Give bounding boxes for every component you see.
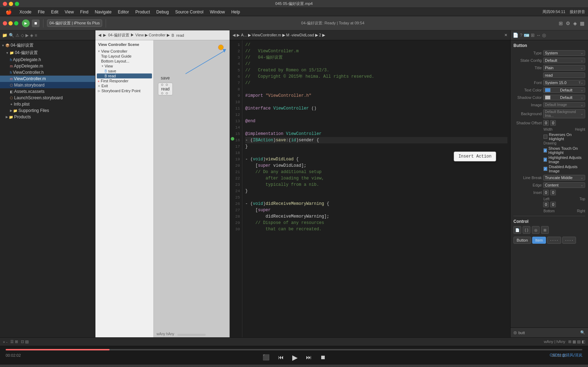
video-subtitles-btn[interactable]: ⬛ <box>263 354 270 361</box>
debug-icon[interactable]: ⚙ <box>565 20 571 27</box>
disabled-adjusts-cb[interactable]: ✓ <box>543 167 547 171</box>
video-prev-btn[interactable]: ⏮ <box>278 354 284 361</box>
nav-issues-icon[interactable]: ⚠ <box>16 33 19 38</box>
connections-inspector-icon[interactable]: ◎ <box>542 32 546 38</box>
type-value[interactable]: System ⌄ <box>543 50 585 56</box>
video-play-btn[interactable]: ▶ <box>292 353 298 362</box>
editor-forward[interactable]: ▶ <box>237 33 240 37</box>
navigator-toggle-icon[interactable]: ⊞ <box>558 20 564 27</box>
button-type-button[interactable]: Button <box>513 237 531 244</box>
menu-debug[interactable]: Debug <box>153 9 171 15</box>
canvas-scrollbar[interactable] <box>177 334 206 336</box>
scheme-selector[interactable]: 04-偏好设置 | iPhone 6s Plus <box>47 19 102 27</box>
editor-back[interactable]: ◀ <box>233 33 235 37</box>
progress-bar[interactable] <box>6 349 582 350</box>
scene-view[interactable]: ▼View <box>97 64 152 69</box>
nav-debug-icon[interactable]: ▶ <box>25 33 29 38</box>
minimize-button[interactable] <box>9 2 13 6</box>
title-value[interactable]: Plain ⌄ <box>543 65 585 71</box>
inspector-search-icon[interactable]: 🔍 <box>580 330 585 335</box>
add-remove-btns[interactable]: + - <box>3 340 7 344</box>
text-color-value[interactable]: Default ⌄ <box>543 87 585 93</box>
image-value[interactable]: Default Image ⌄ <box>543 102 585 107</box>
line-break-value[interactable]: Truncate Middle ⌄ <box>543 175 585 180</box>
nav-test-icon[interactable]: ◇ <box>21 33 24 38</box>
menu-window[interactable]: Window <box>207 9 228 15</box>
menu-source-control[interactable]: Source Control <box>172 9 206 15</box>
edge-value[interactable]: Content ⌄ <box>543 182 585 188</box>
scene-exit[interactable]: ✕Exit <box>97 83 152 88</box>
inset-left[interactable]: 0 <box>543 190 549 195</box>
button-type-dots1[interactable]: · · · · <box>547 237 561 244</box>
menu-find[interactable]: Find <box>77 9 91 15</box>
nav-assets[interactable]: ◧ Assets.xcassets <box>0 88 95 95</box>
canvas-read-button[interactable]: read <box>158 83 173 95</box>
traffic-min[interactable] <box>8 21 13 25</box>
nav-root-item[interactable]: ▼ 📦 04-偏好设置 <box>0 42 95 49</box>
nav-viewcontroller-m[interactable]: m ViewController.m <box>0 76 95 82</box>
nav-launch-storyboard[interactable]: ⎔ LaunchScreen.storyboard <box>0 95 95 101</box>
ctrl-icon-circle[interactable]: ◎ <box>532 226 540 234</box>
nav-products[interactable]: ▶ 📁 Products <box>0 114 95 120</box>
title-text-value[interactable]: read <box>543 72 585 78</box>
identity-inspector-icon[interactable]: 🪪 <box>524 32 529 38</box>
close-button[interactable] <box>3 2 7 6</box>
nav-appdelegate-m[interactable]: m AppDelegate.m <box>0 63 95 69</box>
background-value[interactable]: Default Background Ima... ⌄ <box>543 109 585 118</box>
menu-product[interactable]: Product <box>133 9 153 15</box>
video-stop-btn[interactable]: ⏹ <box>320 354 326 361</box>
inspector-bottom-icon[interactable]: ◎ <box>513 330 517 335</box>
nav-appdelegate-h[interactable]: h AppDelegate.h <box>0 57 95 63</box>
reverses-cb[interactable] <box>543 135 547 139</box>
state-config-value[interactable]: Default ⌄ <box>543 58 585 63</box>
inset-right[interactable]: 0 <box>550 202 556 207</box>
shadow-width[interactable]: 0 <box>543 120 549 126</box>
nav-supporting[interactable]: ▶ 📁 Supporting Files <box>0 107 95 114</box>
stop-button[interactable]: ■ <box>32 19 40 27</box>
size-inspector-icon[interactable]: ↔ <box>536 32 541 38</box>
code-content[interactable]: // // ViewController.m // 04-偏好设置 // // … <box>242 40 510 337</box>
inset-bottom[interactable]: 0 <box>543 202 549 207</box>
nav-log-icon[interactable]: ≡ <box>35 33 37 38</box>
inspector-toggle-icon[interactable]: ▦ <box>579 20 585 27</box>
editor-close[interactable]: ✕ <box>504 33 507 37</box>
scene-vc[interactable]: ▼View Controller <box>97 49 152 54</box>
nav-infoplist[interactable]: ✦ Info.plist <box>0 101 95 107</box>
menu-help[interactable]: Help <box>228 9 243 15</box>
nav-group-item[interactable]: ▼ 📁 04-偏好设置 <box>0 49 95 57</box>
menu-file[interactable]: File <box>35 9 47 15</box>
run-button[interactable]: ▶ <box>22 19 30 27</box>
layout-options[interactable]: ⊡ ▤ <box>21 339 29 344</box>
scene-top-layout[interactable]: Top Layout Guide <box>97 54 152 59</box>
nav-main-storyboard[interactable]: ⎔ Main.storyboard <box>0 82 95 88</box>
nav-search-icon[interactable]: 🔍 <box>9 33 14 38</box>
file-inspector-icon[interactable]: 📄 <box>513 32 518 38</box>
menu-editor[interactable]: Editor <box>115 9 132 15</box>
scene-save-btn[interactable]: Bsave <box>97 69 152 73</box>
traffic-close[interactable] <box>3 21 7 25</box>
ctrl-icon-brace[interactable]: { } <box>523 226 530 234</box>
nav-folder-icon[interactable]: 📁 <box>2 33 7 38</box>
scene-read-btn[interactable]: Bread <box>97 73 152 78</box>
menu-edit[interactable]: Edit <box>48 9 61 15</box>
maximize-button[interactable] <box>15 2 19 6</box>
scene-first-responder[interactable]: ●First Responder <box>97 78 152 83</box>
menu-navigate[interactable]: Navigate <box>92 9 114 15</box>
traffic-max[interactable] <box>14 21 18 25</box>
shows-touch-cb[interactable]: ✓ <box>543 148 547 153</box>
attributes-inspector-icon[interactable]: ⊞ <box>531 32 535 38</box>
ib-back-btn[interactable]: ◀ <box>98 33 101 37</box>
ib-forward-btn[interactable]: ▶ <box>103 33 106 37</box>
font-value[interactable]: System 15.0 T⌄ <box>543 80 585 85</box>
shadow-height[interactable]: 0 <box>550 120 556 126</box>
button-type-item[interactable]: Item <box>532 237 546 244</box>
window-controls[interactable] <box>3 2 19 6</box>
apple-menu[interactable]: 🍎 <box>3 8 14 16</box>
menu-xcode[interactable]: Xcode <box>17 9 34 15</box>
scene-bottom-layout[interactable]: Bottom Layout... <box>97 59 152 64</box>
nav-viewcontroller-h[interactable]: h ViewController.h <box>0 69 95 76</box>
ctrl-icon-doc[interactable]: 📄 <box>513 226 521 234</box>
quick-help-icon[interactable]: ? <box>520 32 522 38</box>
highlighted-adjusts-cb[interactable]: ✓ <box>543 158 547 162</box>
button-type-dots2[interactable]: · · · · <box>562 237 576 244</box>
